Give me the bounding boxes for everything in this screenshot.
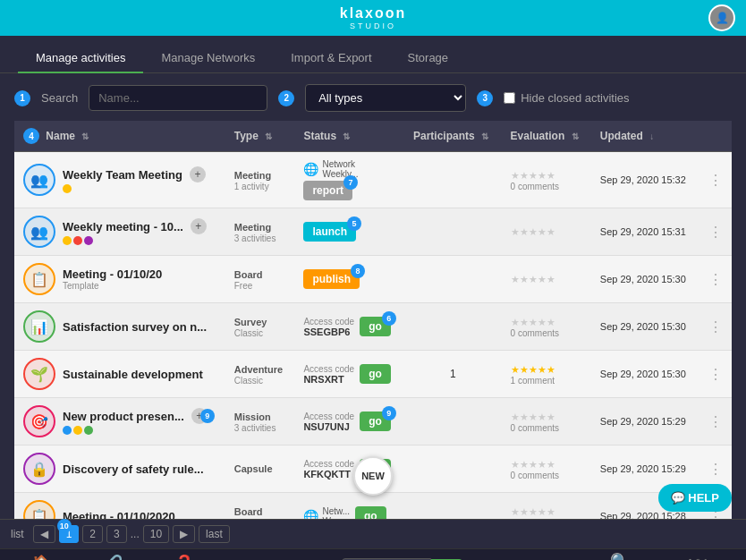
nav-questions[interactable]: ❓ Questions (157, 554, 211, 560)
row-options-btn[interactable]: ⋮ (708, 172, 723, 189)
badge-circle-4: 4 (23, 128, 39, 144)
page-ellipsis: ... (131, 528, 140, 540)
tab-storage[interactable]: Storage (390, 44, 467, 73)
col-type[interactable]: Type ⇅ (225, 121, 295, 152)
type-sort-icon[interactable]: ⇅ (265, 132, 272, 141)
type-select[interactable]: All types (305, 84, 466, 112)
page-2-btn[interactable]: 2 (82, 525, 103, 543)
nav-search[interactable]: 🔍 Search (593, 552, 647, 561)
tab-manage-activities[interactable]: Manage activities (18, 44, 143, 73)
activity-type-sub: Classic (234, 376, 286, 386)
activity-name-details: Meeting - 01/10/2020 (63, 510, 175, 520)
status-cell: Access code NSU7UNJ go 9 (294, 398, 404, 445)
activity-icon: 📊 (23, 310, 55, 343)
col-name[interactable]: 4 Name ⇅ (14, 121, 225, 152)
activity-type-sub: Free (234, 518, 286, 520)
activity-name-row: Weekly meeting - 10... + (63, 218, 207, 234)
activity-name-row: Weekly Team Meeting + (63, 166, 206, 182)
status-cell: Access code NRSXRT go (294, 351, 404, 398)
status-cell: 🌐 Netw...Wer... go (294, 493, 404, 520)
hide-closed-toggle[interactable]: Hide closed activities (504, 91, 629, 105)
networks-icon: 🔗 (103, 554, 123, 560)
activity-name-container: 🔒 Discovery of safety rule... (23, 453, 216, 485)
nav-tabs: Manage activities Manage Networks Import… (0, 36, 746, 73)
status-network: 🌐 Netw...Wer... (303, 506, 350, 519)
row-options-btn[interactable]: ⋮ (708, 366, 723, 383)
participants-cell (404, 256, 502, 303)
activity-name-container: 📊 Satisfaction survey on n... (23, 310, 216, 343)
row-options-btn[interactable]: ⋮ (708, 461, 723, 478)
col-updated[interactable]: Updated ↓ (591, 121, 699, 152)
network-icon: 🌐 (303, 162, 318, 176)
row-options-btn[interactable]: ⋮ (708, 224, 723, 241)
action-go-btn[interactable]: go (360, 364, 391, 384)
stars-full: ★★★★★ (511, 364, 555, 375)
row-options-btn[interactable]: ⋮ (708, 413, 723, 430)
name-cell: 🎯 New product presen... + 9 (14, 398, 225, 445)
help-button[interactable]: 💬 HELP (658, 484, 732, 512)
type-cell: Adventure Classic (225, 351, 295, 398)
options-cell: ⋮ (699, 208, 732, 256)
next-page-btn[interactable]: ▶ (173, 525, 195, 543)
activity-type: Mission (234, 412, 271, 422)
evaluation-sort-icon[interactable]: ⇅ (572, 132, 579, 141)
tab-manage-networks[interactable]: Manage Networks (143, 44, 273, 73)
activity-icon: 👥 (23, 164, 55, 196)
action-go-btn2[interactable]: go (355, 506, 386, 519)
stars-empty: ★★★★★ (511, 317, 555, 327)
name-cell: 🔒 Discovery of safety rule... (14, 445, 225, 493)
network-label2: Netw...Wer... (322, 506, 350, 519)
name-cell: 👥 Weekly meeting - 10... + (14, 208, 225, 256)
evaluation-cell: ★★★★★ 0 comments (502, 493, 591, 520)
activity-name-container: 👥 Weekly meeting - 10... + (23, 216, 216, 248)
nav-home[interactable]: 🏠 Home (14, 554, 68, 560)
col-participants[interactable]: Participants ⇅ (404, 121, 502, 152)
search-input[interactable] (89, 85, 267, 111)
name-sort-icon[interactable]: ⇅ (81, 132, 89, 141)
participants-sort-icon[interactable]: ⇅ (481, 132, 488, 141)
status-sort-icon[interactable]: ⇅ (343, 132, 350, 141)
filter-badge-2: 2 (278, 90, 294, 106)
access-code-value: KFKQKTT (303, 469, 354, 479)
tab-import-export[interactable]: Import & Export (273, 44, 389, 73)
nav-notifications[interactable]: 〰️ Notifications 25 (665, 552, 732, 561)
nav-networks[interactable]: 🔗 Networks (86, 554, 140, 560)
activity-type-sub: Classic (234, 328, 286, 338)
col-status[interactable]: Status ⇅ (294, 121, 404, 152)
new-button[interactable]: NEW (353, 456, 393, 496)
activity-name: Meeting - 01/10/2020 (63, 510, 175, 520)
add-activity-btn[interactable]: + (190, 166, 206, 182)
hide-closed-label: Hide closed activities (521, 91, 629, 105)
table-row: 👥 Weekly meeting - 10... + Meeting 3 act… (14, 208, 732, 256)
access-label: Access code (303, 459, 354, 469)
page-1-btn[interactable]: 10 1 (59, 525, 80, 543)
type-cell: Survey Classic (225, 303, 295, 351)
hide-closed-checkbox[interactable] (504, 92, 515, 104)
comments-count: 0 comments (511, 518, 582, 520)
activity-name-details: Sustainable development (63, 368, 203, 381)
avatar[interactable]: 👤 (708, 4, 735, 31)
activity-type-sub: 3 activities (234, 233, 286, 243)
updated-sort-icon[interactable]: ↓ (649, 132, 654, 141)
prev-page-btn[interactable]: ◀ (33, 525, 55, 543)
page-3-btn[interactable]: 3 (106, 525, 127, 543)
comments-count: 0 comments (511, 471, 582, 480)
participants-cell (404, 493, 502, 520)
add-activity-btn[interactable]: + (191, 218, 207, 234)
brand-name: klaxoon (340, 5, 406, 21)
comments-count: 0 comments (511, 328, 582, 338)
row-options-btn[interactable]: ⋮ (708, 318, 723, 335)
activity-type: Survey (234, 317, 267, 327)
last-page-btn[interactable]: last (199, 525, 230, 543)
bottom-nav: 🏠 Home 🔗 Networks ❓ Questions go 🔍 Searc… (0, 548, 746, 560)
col-evaluation[interactable]: Evaluation ⇅ (502, 121, 591, 152)
participants-cell (404, 398, 502, 445)
stars-empty: ★★★★★ (511, 459, 555, 470)
network-icon2: 🌐 (303, 509, 318, 519)
activity-name: Meeting - 01/10/20 (63, 267, 162, 281)
activity-name: Sustainable development (63, 368, 203, 381)
options-cell: ⋮ (699, 256, 732, 303)
row-options-btn[interactable]: ⋮ (708, 271, 723, 288)
updated-cell: Sep 29, 2020 15:32 (591, 152, 699, 208)
page-10-btn[interactable]: 10 (143, 525, 169, 543)
